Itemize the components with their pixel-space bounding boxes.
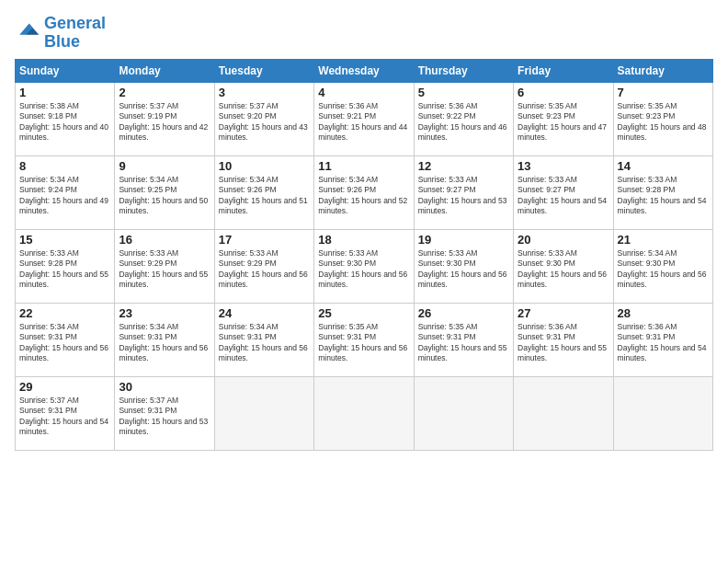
day-info: Sunrise: 5:36 AM Sunset: 9:21 PM Dayligh… xyxy=(318,101,409,144)
day-number: 14 xyxy=(618,159,709,173)
calendar-cell: 11 Sunrise: 5:34 AM Sunset: 9:26 PM Dayl… xyxy=(314,155,414,229)
day-info: Sunrise: 5:33 AM Sunset: 9:28 PM Dayligh… xyxy=(19,248,110,291)
calendar-cell: 9 Sunrise: 5:34 AM Sunset: 9:25 PM Dayli… xyxy=(115,155,214,229)
calendar-cell xyxy=(613,376,712,450)
day-info: Sunrise: 5:34 AM Sunset: 9:30 PM Dayligh… xyxy=(618,248,709,291)
logo-text: General Blue xyxy=(44,15,106,52)
day-number: 25 xyxy=(318,306,409,320)
day-number: 11 xyxy=(318,159,409,173)
calendar-cell xyxy=(514,376,613,450)
page: General Blue SundayMondayTuesdayWednesda… xyxy=(0,0,728,563)
day-number: 20 xyxy=(518,233,609,247)
day-number: 3 xyxy=(219,86,310,99)
day-number: 27 xyxy=(518,306,609,320)
calendar-cell: 2 Sunrise: 5:37 AM Sunset: 9:19 PM Dayli… xyxy=(115,82,214,155)
calendar-cell xyxy=(214,376,313,450)
day-info: Sunrise: 5:37 AM Sunset: 9:31 PM Dayligh… xyxy=(19,396,110,438)
day-info: Sunrise: 5:37 AM Sunset: 9:31 PM Dayligh… xyxy=(119,396,210,438)
calendar-cell: 6 Sunrise: 5:35 AM Sunset: 9:23 PM Dayli… xyxy=(514,82,613,155)
day-info: Sunrise: 5:37 AM Sunset: 9:20 PM Dayligh… xyxy=(219,101,310,144)
day-number: 2 xyxy=(119,86,210,99)
calendar-week-3: 15 Sunrise: 5:33 AM Sunset: 9:28 PM Dayl… xyxy=(16,229,713,303)
calendar-header-friday: Friday xyxy=(514,59,613,82)
calendar-cell: 21 Sunrise: 5:34 AM Sunset: 9:30 PM Dayl… xyxy=(613,229,712,303)
calendar-cell xyxy=(314,376,414,450)
day-info: Sunrise: 5:33 AM Sunset: 9:27 PM Dayligh… xyxy=(418,175,509,217)
calendar-body: 1 Sunrise: 5:38 AM Sunset: 9:18 PM Dayli… xyxy=(16,82,713,450)
calendar-cell: 22 Sunrise: 5:34 AM Sunset: 9:31 PM Dayl… xyxy=(16,303,115,376)
calendar-cell xyxy=(414,376,513,450)
calendar-cell: 5 Sunrise: 5:36 AM Sunset: 9:22 PM Dayli… xyxy=(414,82,513,155)
day-info: Sunrise: 5:35 AM Sunset: 9:31 PM Dayligh… xyxy=(318,322,409,364)
calendar-header-wednesday: Wednesday xyxy=(314,59,414,82)
calendar-cell: 29 Sunrise: 5:37 AM Sunset: 9:31 PM Dayl… xyxy=(16,376,115,450)
calendar-cell: 8 Sunrise: 5:34 AM Sunset: 9:24 PM Dayli… xyxy=(16,155,115,229)
calendar-cell: 25 Sunrise: 5:35 AM Sunset: 9:31 PM Dayl… xyxy=(314,303,414,376)
day-number: 23 xyxy=(119,306,210,320)
logo-icon xyxy=(15,20,40,46)
day-info: Sunrise: 5:35 AM Sunset: 9:31 PM Dayligh… xyxy=(418,322,509,364)
day-number: 5 xyxy=(418,86,509,99)
calendar-header-thursday: Thursday xyxy=(414,59,513,82)
calendar-cell: 14 Sunrise: 5:33 AM Sunset: 9:28 PM Dayl… xyxy=(613,155,712,229)
day-number: 10 xyxy=(219,159,310,173)
calendar-cell: 20 Sunrise: 5:33 AM Sunset: 9:30 PM Dayl… xyxy=(514,229,613,303)
day-number: 18 xyxy=(318,233,409,247)
day-info: Sunrise: 5:34 AM Sunset: 9:26 PM Dayligh… xyxy=(318,175,409,217)
calendar-header-saturday: Saturday xyxy=(613,59,712,82)
day-info: Sunrise: 5:33 AM Sunset: 9:27 PM Dayligh… xyxy=(518,175,609,217)
calendar-cell: 12 Sunrise: 5:33 AM Sunset: 9:27 PM Dayl… xyxy=(414,155,513,229)
day-number: 12 xyxy=(418,159,509,173)
day-info: Sunrise: 5:35 AM Sunset: 9:23 PM Dayligh… xyxy=(618,101,709,144)
day-info: Sunrise: 5:36 AM Sunset: 9:22 PM Dayligh… xyxy=(418,101,509,144)
day-number: 22 xyxy=(19,306,110,320)
calendar-cell: 24 Sunrise: 5:34 AM Sunset: 9:31 PM Dayl… xyxy=(214,303,313,376)
calendar-cell: 28 Sunrise: 5:36 AM Sunset: 9:31 PM Dayl… xyxy=(613,303,712,376)
day-info: Sunrise: 5:36 AM Sunset: 9:31 PM Dayligh… xyxy=(618,322,709,364)
day-info: Sunrise: 5:37 AM Sunset: 9:19 PM Dayligh… xyxy=(119,101,210,144)
day-info: Sunrise: 5:34 AM Sunset: 9:24 PM Dayligh… xyxy=(19,175,110,217)
calendar-cell: 27 Sunrise: 5:36 AM Sunset: 9:31 PM Dayl… xyxy=(514,303,613,376)
calendar-cell: 18 Sunrise: 5:33 AM Sunset: 9:30 PM Dayl… xyxy=(314,229,414,303)
day-number: 13 xyxy=(518,159,609,173)
day-info: Sunrise: 5:34 AM Sunset: 9:26 PM Dayligh… xyxy=(219,175,310,217)
calendar-week-5: 29 Sunrise: 5:37 AM Sunset: 9:31 PM Dayl… xyxy=(16,376,713,450)
calendar-week-1: 1 Sunrise: 5:38 AM Sunset: 9:18 PM Dayli… xyxy=(16,82,713,155)
day-number: 7 xyxy=(618,86,709,99)
day-number: 9 xyxy=(119,159,210,173)
calendar-cell: 3 Sunrise: 5:37 AM Sunset: 9:20 PM Dayli… xyxy=(214,82,313,155)
day-info: Sunrise: 5:33 AM Sunset: 9:29 PM Dayligh… xyxy=(219,248,310,291)
calendar-cell: 13 Sunrise: 5:33 AM Sunset: 9:27 PM Dayl… xyxy=(514,155,613,229)
day-info: Sunrise: 5:35 AM Sunset: 9:23 PM Dayligh… xyxy=(518,101,609,144)
day-info: Sunrise: 5:33 AM Sunset: 9:29 PM Dayligh… xyxy=(119,248,210,291)
day-info: Sunrise: 5:34 AM Sunset: 9:31 PM Dayligh… xyxy=(19,322,110,364)
day-info: Sunrise: 5:38 AM Sunset: 9:18 PM Dayligh… xyxy=(19,101,110,144)
calendar-cell: 4 Sunrise: 5:36 AM Sunset: 9:21 PM Dayli… xyxy=(314,82,414,155)
calendar-week-4: 22 Sunrise: 5:34 AM Sunset: 9:31 PM Dayl… xyxy=(16,303,713,376)
calendar-cell: 17 Sunrise: 5:33 AM Sunset: 9:29 PM Dayl… xyxy=(214,229,313,303)
calendar-cell: 26 Sunrise: 5:35 AM Sunset: 9:31 PM Dayl… xyxy=(414,303,513,376)
day-number: 4 xyxy=(318,86,409,99)
day-number: 15 xyxy=(19,233,110,247)
day-number: 21 xyxy=(618,233,709,247)
calendar-table: SundayMondayTuesdayWednesdayThursdayFrid… xyxy=(15,59,713,451)
day-number: 17 xyxy=(219,233,310,247)
day-info: Sunrise: 5:33 AM Sunset: 9:28 PM Dayligh… xyxy=(618,175,709,217)
calendar-cell: 30 Sunrise: 5:37 AM Sunset: 9:31 PM Dayl… xyxy=(115,376,214,450)
day-number: 29 xyxy=(19,380,110,394)
calendar-week-2: 8 Sunrise: 5:34 AM Sunset: 9:24 PM Dayli… xyxy=(16,155,713,229)
calendar-header-row: SundayMondayTuesdayWednesdayThursdayFrid… xyxy=(16,59,713,82)
calendar-cell: 1 Sunrise: 5:38 AM Sunset: 9:18 PM Dayli… xyxy=(16,82,115,155)
day-number: 6 xyxy=(518,86,609,99)
calendar-cell: 15 Sunrise: 5:33 AM Sunset: 9:28 PM Dayl… xyxy=(16,229,115,303)
calendar-cell: 23 Sunrise: 5:34 AM Sunset: 9:31 PM Dayl… xyxy=(115,303,214,376)
day-number: 8 xyxy=(19,159,110,173)
day-info: Sunrise: 5:34 AM Sunset: 9:31 PM Dayligh… xyxy=(219,322,310,364)
day-info: Sunrise: 5:36 AM Sunset: 9:31 PM Dayligh… xyxy=(518,322,609,364)
day-info: Sunrise: 5:33 AM Sunset: 9:30 PM Dayligh… xyxy=(418,248,509,291)
day-number: 26 xyxy=(418,306,509,320)
calendar-cell: 10 Sunrise: 5:34 AM Sunset: 9:26 PM Dayl… xyxy=(214,155,313,229)
day-number: 28 xyxy=(618,306,709,320)
calendar-cell: 16 Sunrise: 5:33 AM Sunset: 9:29 PM Dayl… xyxy=(115,229,214,303)
day-number: 19 xyxy=(418,233,509,247)
